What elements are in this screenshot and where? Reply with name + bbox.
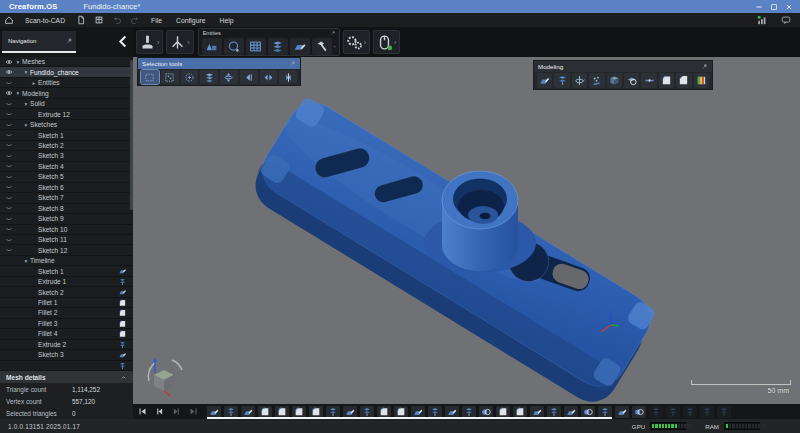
tree-item-modeling[interactable]: ▾ Modeling	[0, 88, 133, 98]
expander-down-icon[interactable]: ▾	[14, 59, 22, 65]
visibility-eye-icon[interactable]	[4, 194, 14, 202]
selection-tool-sel-stack[interactable]	[200, 70, 218, 84]
timeline-feature-tl-boolean-23[interactable]	[581, 406, 595, 418]
tree-item-sketch-9[interactable]: Sketch 9	[0, 214, 133, 224]
modeling-tool-mod-fillet[interactable]	[659, 73, 674, 88]
timeline-feature-tl-sketch-3[interactable]	[241, 406, 255, 418]
timeline-feature-tl-boolean-26[interactable]	[632, 406, 646, 418]
timeline-feature-tl-sketch-22[interactable]	[564, 406, 578, 418]
visibility-eye-icon[interactable]	[4, 89, 14, 97]
visibility-eye-icon[interactable]	[4, 110, 14, 118]
visibility-eye-icon[interactable]	[4, 236, 14, 244]
viewport-3d[interactable]: Selection tools Modeling	[133, 57, 800, 404]
modeling-tool-mod-spray[interactable]	[589, 73, 604, 88]
signal-icon[interactable]	[757, 15, 767, 25]
entities-tool-circle-entity[interactable]	[224, 38, 244, 55]
timeline-feature-tl-sketch-9[interactable]	[343, 406, 357, 418]
modeling-tool-mod-cube[interactable]	[607, 73, 622, 88]
expander-down-icon[interactable]: ▾	[14, 90, 22, 96]
tree-item-extrude-12[interactable]: Extrude 12	[0, 109, 133, 119]
redo-icon[interactable]	[130, 15, 140, 25]
home-icon[interactable]	[4, 15, 14, 25]
tree-item-sketch-10[interactable]: Sketch 10	[0, 225, 133, 235]
visibility-eye-icon[interactable]	[4, 204, 14, 212]
timeline-feature-tl-sketch-20[interactable]	[530, 406, 544, 418]
modeling-tool-mod-chamfer[interactable]	[676, 73, 691, 88]
timeline-go-start-button[interactable]	[135, 406, 150, 418]
tree-item-extrude-2[interactable]: Extrude 2	[0, 340, 133, 350]
timeline-feature-tl-fillet-11[interactable]	[377, 406, 391, 418]
modeling-tool-mod-compare[interactable]	[694, 73, 709, 88]
flyout-caret-icon[interactable]: ›	[186, 39, 190, 46]
device-tool-button[interactable]: ›	[373, 30, 400, 54]
timeline-feature-tl-fillet-12[interactable]	[394, 406, 408, 418]
modeling-tool-mod-sketch[interactable]	[537, 73, 552, 88]
tree-item-sketch-2[interactable]: Sketch 2	[0, 141, 133, 151]
selection-tool-sel-paint[interactable]	[161, 70, 179, 84]
visibility-eye-icon[interactable]	[4, 225, 14, 233]
tree-item-sketch-6[interactable]: Sketch 6	[0, 183, 133, 193]
selection-tool-sel-arrow-left[interactable]	[240, 70, 258, 84]
visibility-eye-icon[interactable]	[4, 173, 14, 181]
pin-icon[interactable]	[701, 63, 708, 70]
timeline-feature-tl-extrude-24[interactable]	[598, 406, 612, 418]
tree-item-timeline[interactable]: ▾ Timeline	[0, 256, 133, 266]
selection-tool-sel-lasso[interactable]	[181, 70, 199, 84]
tree-item-sketch-4[interactable]: Sketch 4	[0, 162, 133, 172]
tree-item-sketch-3[interactable]: Sketch 3	[0, 350, 133, 360]
timeline-feature-tl-sketch-1[interactable]	[207, 406, 221, 418]
timeline-feature-tl-fillet-5[interactable]	[275, 406, 289, 418]
timeline-feature-tl-fillet-18[interactable]	[496, 406, 510, 418]
collapse-panel-button[interactable]	[116, 34, 130, 49]
timeline-feature-tl-fillet-4[interactable]	[258, 406, 272, 418]
tree-item-fillet-1[interactable]: Fillet 1	[0, 298, 133, 308]
timeline-feature-tl-extrude-21[interactable]	[547, 406, 561, 418]
timeline-feature-tl-extrude-2[interactable]	[224, 406, 238, 418]
alignment-tool-button[interactable]: ›	[136, 30, 163, 54]
timeline-feature-tl-extrude-29[interactable]	[683, 406, 697, 418]
expander-down-icon[interactable]: ▾	[22, 101, 30, 107]
menu-item-scan-to-cad[interactable]: Scan-to-CAD	[18, 17, 72, 24]
close-button[interactable]	[781, 1, 796, 12]
visibility-eye-icon[interactable]	[4, 58, 14, 66]
timeline-go-end-button[interactable]	[186, 406, 201, 418]
tree-item-meshes[interactable]: ▾ Meshes	[0, 57, 133, 67]
timeline-feature-tl-extrude-16[interactable]	[462, 406, 476, 418]
entities-tool-grid-entity[interactable]	[246, 38, 266, 55]
tree-item-sketch-3[interactable]: Sketch 3	[0, 151, 133, 161]
tree-item-sketch-7[interactable]: Sketch 7	[0, 193, 133, 203]
tree-item-fillet-3[interactable]: Fillet 3	[0, 319, 133, 329]
entities-tool-primitives[interactable]	[202, 38, 222, 55]
tree-item-fillet-2[interactable]: Fillet 2	[0, 308, 133, 318]
tree-item-sketch-1[interactable]: Sketch 1	[0, 130, 133, 140]
visibility-eye-icon[interactable]	[4, 141, 14, 149]
flyout-caret-icon[interactable]: ›	[156, 39, 160, 46]
visibility-eye-icon[interactable]	[4, 68, 14, 76]
timeline-step-forward-button[interactable]	[169, 406, 184, 418]
timeline-feature-tl-fillet-7[interactable]	[309, 406, 323, 418]
tree-item-sketch-11[interactable]: Sketch 11	[0, 235, 133, 245]
timeline-feature-tl-extrude-14[interactable]	[428, 406, 442, 418]
visibility-eye-icon[interactable]	[4, 152, 14, 160]
minimize-button[interactable]	[751, 1, 766, 12]
collapse-section-icon[interactable]	[120, 374, 127, 381]
selection-tools-header[interactable]: Selection tools	[138, 58, 300, 69]
expander-down-icon[interactable]: ▾	[22, 122, 30, 128]
selection-tool-sel-rect[interactable]	[141, 70, 159, 84]
entities-group-header[interactable]: Entities	[199, 29, 339, 37]
visibility-eye-icon[interactable]	[4, 79, 14, 87]
timeline-feature-tl-sketch-25[interactable]	[615, 406, 629, 418]
maximize-button[interactable]	[766, 1, 781, 12]
undo-icon[interactable]	[112, 15, 122, 25]
timeline-feature-tl-sketch-15[interactable]	[445, 406, 459, 418]
menu-item-file[interactable]: File	[144, 17, 169, 24]
menu-item-configure[interactable]: Configure	[169, 17, 212, 24]
settings-tool-button[interactable]: ›	[343, 30, 370, 54]
selection-tool-sel-arrows[interactable]	[260, 70, 278, 84]
expander-right-icon[interactable]: ▸	[30, 80, 38, 86]
mesh-details-header[interactable]: Mesh details	[0, 371, 133, 383]
timeline-feature-tl-extrude-31[interactable]	[717, 406, 731, 418]
timeline-feature-tl-extrude-30[interactable]	[700, 406, 714, 418]
tab-navigation[interactable]: Navigation	[2, 31, 76, 53]
tree-item-sketch-1[interactable]: Sketch 1	[0, 266, 133, 276]
